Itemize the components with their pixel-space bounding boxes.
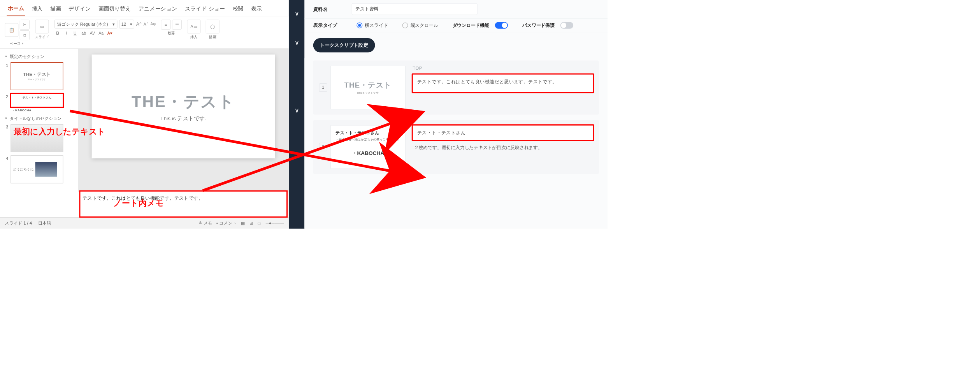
cut-icon[interactable]: ✂︎ (20, 20, 30, 30)
download-label: ダウンロード機能 (453, 22, 489, 28)
spacing-icon[interactable]: AV (89, 31, 95, 36)
thumb-3[interactable] (11, 124, 63, 152)
chevron-down-icon[interactable]: ∨ (295, 107, 299, 114)
thumb-4[interactable]: どうだろうね (11, 155, 63, 183)
shapes-icon[interactable]: ◯ (206, 20, 220, 33)
textbox-icon[interactable]: A▭ (187, 20, 201, 33)
doc-name-label: 資料名 (313, 6, 342, 12)
ribbon-tabs: ホーム 挿入 描画 デザイン 画面切り替え アニメーション スライド ショー 校… (0, 0, 289, 16)
view-reading-icon[interactable]: ▭ (257, 220, 262, 226)
underline-icon[interactable]: U (72, 31, 78, 36)
group-slide: ▭ スライド (35, 20, 49, 46)
thumbnail-panel[interactable]: 既定のセクション 1 THE・テスト This is テストです 2 テス・ト・… (0, 49, 78, 217)
chevron-down-icon[interactable]: ∨ (295, 10, 299, 17)
thumb-1[interactable]: THE・テスト This is テストです (11, 62, 63, 90)
thumb-row-2[interactable]: 2 テス・ト・テストさん (4, 94, 75, 107)
card-1-thumb-title: THE・テスト (344, 80, 392, 90)
slide-title: THE・テスト (132, 91, 235, 112)
group-paragraph-label: 段落 (168, 31, 175, 35)
group-draw: ◯ 描画 (206, 20, 220, 46)
zoom-slider[interactable]: ─●──── (266, 221, 284, 226)
thumb-num: 2 (4, 94, 8, 100)
ribbon-body: 📋 ✂︎ ⧉ ペースト ▭ スライド 游ゴシック Regular (本文)▾ 1… (0, 16, 289, 49)
group-paste-label: ペースト (10, 42, 24, 46)
increase-font-icon[interactable]: A^ (136, 21, 142, 27)
chevron-down-icon[interactable]: ∨ (295, 39, 299, 46)
italic-icon[interactable]: I (63, 31, 69, 36)
new-slide-icon[interactable]: ▭ (35, 20, 49, 33)
bold-icon[interactable]: B (54, 31, 61, 36)
doc-name-row: 資料名 テスト資料 (304, 0, 608, 19)
copy-icon[interactable]: ⧉ (20, 30, 30, 40)
strike-icon[interactable]: ab (81, 31, 87, 36)
group-paragraph: ≡ ☰ 段落 (161, 20, 182, 46)
card-2-num: 2 (319, 143, 327, 151)
status-comment-btn[interactable]: ▪ コメント (216, 220, 237, 226)
tab-draw[interactable]: 描画 (49, 3, 61, 16)
card-1-num: 1 (319, 84, 327, 92)
tab-transition[interactable]: 画面切り替え (97, 3, 132, 16)
card-1-text: テストです。これはとても良い機能だと思います。テストです。 (417, 79, 557, 84)
decrease-font-icon[interactable]: A˅ (144, 21, 149, 26)
radio-on-icon (357, 23, 362, 28)
status-comment-label: コメント (219, 221, 237, 225)
thumb-row-1[interactable]: 1 THE・テスト This is テストです (4, 62, 75, 90)
clear-format-icon[interactable]: Aφ (150, 22, 156, 26)
view-sorter-icon[interactable]: ⊞ (249, 220, 253, 226)
tab-review[interactable]: 校閲 (232, 3, 244, 16)
status-memo-btn[interactable]: ≜ メモ (198, 220, 212, 226)
tab-animation[interactable]: アニメーション (137, 3, 178, 16)
doc-name-input[interactable]: テスト資料 (352, 4, 477, 15)
display-options-row: 表示タイプ 横スライド 縦スクロール ダウンロード機能 パスワード保護 (304, 19, 608, 32)
section-default[interactable]: 既定のセクション (4, 54, 74, 60)
group-paste: 📋 ✂︎ ⧉ ペースト (5, 20, 29, 46)
chevron-down-icon: ▾ (130, 21, 132, 27)
thumb-num: 4 (4, 155, 8, 161)
password-toggle[interactable] (560, 22, 573, 28)
annotation-box (79, 190, 288, 218)
font-size-select[interactable]: 12▾ (119, 20, 134, 28)
group-insert-label: 挿入 (190, 35, 198, 39)
display-type-label: 表示タイプ (313, 22, 342, 29)
thumb-1-title: THE・テスト (23, 71, 51, 77)
font-color-icon[interactable]: A▾ (107, 31, 113, 36)
thumb-num: 1 (4, 62, 8, 68)
text-effects-icon[interactable]: Aa (98, 31, 104, 36)
card-2-thumb[interactable]: テス・ト・テストさん ・好きな食べ物はかぼちゃの煮っころがし ☺ ・KABOCH… (330, 125, 405, 169)
slide-canvas[interactable]: THE・テスト This is テストです. (78, 49, 289, 191)
tab-insert[interactable]: 挿入 (31, 3, 43, 16)
thumb-row-3[interactable]: 3 (4, 124, 75, 152)
status-lang: 日本語 (38, 220, 51, 226)
card-2-textbox[interactable]: テス・ト・テストさん (413, 125, 593, 140)
talkscript-card-1: 1 THE・テスト This is テストです. TOP テストです。これはとて… (313, 61, 599, 115)
slide-page[interactable]: THE・テスト This is テストです. (92, 54, 275, 158)
tab-design[interactable]: デザイン (68, 3, 92, 16)
card-1-thumb[interactable]: THE・テスト This is テストです. (330, 66, 405, 109)
card-2-desc: ２枚めです。最初に入力したテキストが目次に反映されます。 (413, 144, 593, 152)
view-normal-icon[interactable]: ▦ (241, 220, 245, 226)
thumb-num: 3 (4, 124, 8, 130)
tab-slideshow[interactable]: スライド ショー (184, 3, 226, 16)
card-2-text: テス・ト・テストさん (417, 130, 465, 135)
notes-pane[interactable]: テストです。これはとても良い機能です。テストです。 (78, 191, 289, 217)
card-2-line1: テス・ト・テストさん (335, 130, 379, 136)
card-1-textbox[interactable]: テストです。これはとても良い機能だと思います。テストです。 (413, 74, 593, 92)
thumb-row-4[interactable]: 4 どうだろうね (4, 155, 75, 183)
tab-view[interactable]: 表示 (250, 3, 262, 16)
radio-vertical[interactable]: 縦スクロール (402, 22, 438, 28)
radio-vertical-label: 縦スクロール (411, 22, 438, 28)
download-toggle[interactable] (495, 22, 508, 28)
font-name-select[interactable]: 游ゴシック Regular (本文)▾ (54, 20, 117, 28)
section-untitled[interactable]: タイトルなしのセクション (4, 115, 74, 121)
tab-home[interactable]: ホーム (7, 3, 25, 16)
align-left-icon[interactable]: ≡ (161, 20, 171, 30)
bullets-icon[interactable]: ☰ (172, 20, 182, 30)
talkscript-section: トークスクリプト設定 (304, 32, 608, 58)
paste-icon[interactable]: 📋 (5, 23, 18, 37)
talkscript-settings-button[interactable]: トークスクリプト設定 (313, 38, 375, 53)
chevron-down-icon: ▾ (112, 21, 115, 27)
radio-horizontal[interactable]: 横スライド (357, 22, 388, 28)
talkscript-body: 1 THE・テスト This is テストです. TOP テストです。これはとて… (304, 58, 608, 228)
card-2-line3: ・KABOCHA (352, 149, 384, 157)
thumb-2[interactable]: テス・ト・テストさん (11, 94, 63, 107)
